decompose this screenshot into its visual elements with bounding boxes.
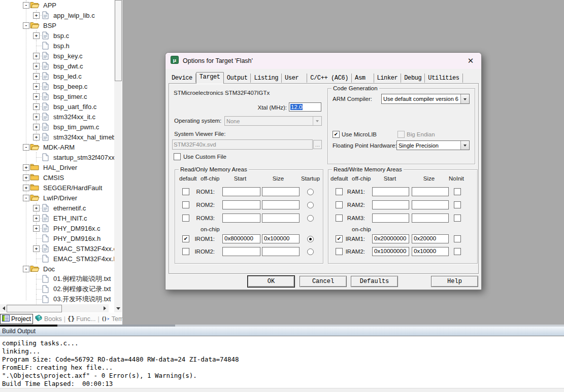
expand-icon[interactable]: + — [33, 83, 40, 90]
tree-item-bsp.c[interactable]: +bsp.c — [0, 30, 114, 41]
tree-item-eth_init.c[interactable]: +ETH_INIT.c — [0, 213, 114, 223]
collapse-icon[interactable]: - — [23, 22, 29, 29]
vertical-scrollbar-thumb[interactable] — [115, 0, 122, 81]
noinit-checkbox-ram3[interactable] — [454, 215, 461, 222]
xtal-input[interactable]: 12.0 — [289, 102, 321, 112]
tree-item-bsp_uart_fifo.c[interactable]: +bsp_uart_fifo.c — [0, 101, 114, 112]
expand-icon[interactable]: + — [33, 12, 40, 19]
tree-item-bsp_beep.c[interactable]: +bsp_beep.c — [0, 81, 114, 91]
tree-item-startup_stm32f407xx.s[interactable]: startup_stm32f407xx.s — [0, 152, 114, 162]
collapse-icon[interactable]: - — [23, 2, 29, 9]
tree-item-bsp_timer.c[interactable]: +bsp_timer.c — [0, 91, 114, 101]
tree-item-stm32f4xx_it.c[interactable]: +stm32f4xx_it.c — [0, 112, 114, 122]
expand-icon[interactable]: + — [23, 174, 29, 181]
startup-radio-irom2[interactable] — [307, 248, 314, 255]
noinit-checkbox-ram1[interactable] — [454, 188, 461, 195]
tree-item-ethernetif.c[interactable]: +ethernetif.c — [0, 203, 114, 213]
start-input-ram3[interactable] — [372, 213, 409, 223]
tree-item-01.-.txt[interactable]: 01.例程功能说明.txt — [0, 274, 114, 284]
horizontal-scrollbar-thumb[interactable] — [7, 305, 62, 312]
tree-item-segger-hardfault[interactable]: +SEGGER/HardFault — [0, 183, 114, 193]
start-input-ram2[interactable] — [372, 200, 409, 209]
tree-item-doc[interactable]: -Doc — [0, 264, 114, 274]
expand-icon[interactable]: + — [33, 225, 40, 232]
tree-item-stm32f4xx_hal_timeba[interactable]: +stm32f4xx_hal_timeba — [0, 132, 114, 142]
dialog-tab-linker[interactable]: Linker — [374, 74, 402, 83]
dialog-tab-user[interactable]: User — [282, 74, 307, 83]
expand-icon[interactable]: + — [23, 185, 29, 191]
dialog-tab-target[interactable]: Target — [196, 72, 224, 84]
default-checkbox-rom2[interactable] — [182, 201, 189, 208]
tree-item-app[interactable]: -APP — [0, 0, 114, 10]
tree-item-emac_stm32f4xx.h[interactable]: EMAC_STM32F4xx.h — [0, 254, 114, 264]
expand-icon[interactable]: + — [33, 114, 40, 120]
start-input-iram2[interactable]: 0x10000000 — [372, 247, 409, 256]
tree-item-bsp_led.c[interactable]: +bsp_led.c — [0, 71, 114, 81]
dialog-tab-listing[interactable]: Listing — [251, 74, 282, 83]
collapse-icon[interactable]: - — [23, 266, 29, 272]
expand-icon[interactable]: + — [33, 93, 40, 100]
panel-tab-func[interactable]: {}Func... — [66, 315, 97, 323]
tree-item-phy_dm916x.c[interactable]: +PHY_DM916x.c — [0, 223, 114, 233]
size-input-ram1[interactable] — [412, 187, 449, 196]
floating-point-select[interactable]: Single Precision — [396, 140, 470, 150]
build-output-caption[interactable]: Build Output — [0, 327, 564, 336]
size-input-rom1[interactable] — [262, 187, 300, 196]
start-input-rom3[interactable] — [222, 213, 260, 223]
expand-icon[interactable]: + — [33, 103, 40, 110]
help-button[interactable]: Help — [431, 276, 478, 287]
scroll-right-button[interactable] — [102, 304, 109, 312]
tree-item-phy_dm916x.h[interactable]: PHY_DM916x.h — [0, 233, 114, 243]
startup-radio-irom1[interactable] — [307, 236, 314, 242]
noinit-checkbox-iram1[interactable] — [454, 235, 461, 242]
expand-icon[interactable]: + — [33, 63, 40, 69]
cancel-button[interactable]: Cancel — [300, 276, 347, 287]
expand-icon[interactable]: + — [33, 53, 40, 59]
dialog-titlebar[interactable]: µ Options for Target 'Flash' ✕ — [165, 53, 481, 69]
default-checkbox-rom1[interactable] — [182, 188, 189, 195]
tree-horizontal-scrollbar[interactable] — [0, 304, 109, 312]
close-icon[interactable]: ✕ — [465, 56, 476, 65]
expand-icon[interactable]: + — [33, 245, 40, 252]
panel-tab-books[interactable]: ?Books — [33, 314, 63, 324]
arm-compiler-select[interactable]: Use default compiler version 6 — [381, 94, 470, 104]
expand-icon[interactable]: + — [33, 215, 40, 222]
tree-item-02.-.txt[interactable]: 02.例程修改记录.txt — [0, 284, 114, 294]
startup-radio-rom2[interactable] — [307, 202, 314, 208]
collapse-icon[interactable]: - — [23, 195, 29, 201]
default-checkbox-irom1[interactable]: ✔ — [182, 235, 189, 242]
tree-item-emac_stm32f4xx.c[interactable]: +EMAC_STM32F4xx.c — [0, 243, 114, 254]
size-input-iram2[interactable]: 0x10000 — [412, 247, 449, 256]
size-input-ram3[interactable] — [412, 213, 449, 223]
dialog-tab-debug[interactable]: Debug — [401, 74, 425, 83]
tree-item-03.-.txt[interactable]: 03.开发环境说明.txt — [0, 294, 114, 304]
size-input-rom3[interactable] — [262, 213, 300, 223]
build-log[interactable]: compiling tasks.c...linking...Program Si… — [0, 338, 564, 388]
start-input-rom1[interactable] — [222, 187, 260, 196]
expand-icon[interactable]: + — [33, 73, 40, 80]
expand-icon[interactable]: + — [33, 205, 40, 211]
default-checkbox-rom3[interactable] — [182, 215, 189, 222]
tree-item-app_lwip_lib.c[interactable]: +app_lwip_lib.c — [0, 10, 114, 20]
start-input-iram1[interactable]: 0x20000000 — [372, 234, 409, 243]
build-log-scroll-area[interactable] — [0, 388, 564, 392]
size-input-rom2[interactable] — [262, 200, 300, 209]
dialog-tab-output[interactable]: Output — [224, 74, 251, 83]
use-custom-file-checkbox[interactable] — [174, 153, 181, 160]
expand-icon[interactable]: + — [23, 164, 29, 171]
start-input-rom2[interactable] — [222, 200, 260, 209]
size-input-irom2[interactable] — [262, 247, 300, 256]
expand-icon[interactable]: + — [33, 134, 40, 140]
tree-item-bsp_tim_pwm.c[interactable]: +bsp_tim_pwm.c — [0, 122, 114, 132]
use-microlib-checkbox[interactable]: ✔ — [333, 131, 340, 138]
dialog-tab-device[interactable]: Device — [169, 74, 196, 83]
start-input-ram1[interactable] — [372, 187, 409, 196]
noinit-checkbox-iram2[interactable] — [454, 248, 461, 255]
startup-radio-rom3[interactable] — [307, 215, 314, 222]
start-input-irom2[interactable] — [222, 247, 260, 256]
tree-item-bsp_dwt.c[interactable]: +bsp_dwt.c — [0, 61, 114, 71]
tree-item-bsp_key.c[interactable]: +bsp_key.c — [0, 51, 114, 61]
size-input-iram1[interactable]: 0x20000 — [412, 234, 449, 243]
expand-icon[interactable]: + — [33, 32, 40, 39]
tree-item-cmsis[interactable]: +CMSIS — [0, 172, 114, 183]
